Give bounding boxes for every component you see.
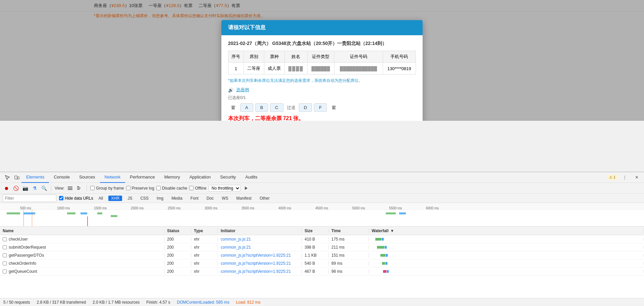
row-status: 200: [164, 237, 191, 242]
col-header-name[interactable]: Name: [0, 228, 164, 233]
status-resources: 2.0 KB / 1.7 MB resources: [93, 300, 140, 305]
filter-font[interactable]: Font: [188, 196, 201, 201]
filter-js[interactable]: JS: [125, 196, 135, 201]
train-info: 2021-02-27（周六） G5348次 六盘水站（20:50开）一贵阳北站（…: [228, 41, 416, 47]
svg-rect-7: [77, 189, 80, 190]
filter-media[interactable]: Media: [169, 196, 185, 201]
tab-application[interactable]: Application: [185, 172, 216, 183]
filter-css[interactable]: CSS: [138, 196, 151, 201]
seat-d-btn[interactable]: D: [299, 103, 312, 112]
filter-all[interactable]: All: [96, 196, 106, 201]
row-checkbox[interactable]: [3, 269, 7, 273]
group-by-frame-label[interactable]: Group by frame: [90, 186, 124, 191]
table-row[interactable]: submitOrderRequest 200 xhr common_js.js:…: [0, 243, 644, 251]
row-checkbox[interactable]: [3, 245, 7, 249]
svg-rect-2: [68, 187, 72, 187]
devtools-icon-device[interactable]: [12, 172, 21, 183]
svg-rect-3: [68, 188, 72, 189]
row-name: submitOrderRequest: [0, 245, 164, 250]
seat-c-btn[interactable]: C: [270, 103, 283, 112]
row-waterfall: [369, 238, 644, 241]
filter-button[interactable]: ⚗: [31, 185, 38, 192]
view-list-icon[interactable]: [66, 185, 74, 192]
throttling-profile-icon[interactable]: [243, 185, 250, 192]
row-checkbox[interactable]: [3, 253, 7, 257]
timeline-area: 500 ms 1000 ms 1500 ms 2000 ms 2500 ms 3…: [0, 203, 644, 226]
disable-cache-text: Disable cache: [162, 186, 187, 191]
view-label: View:: [55, 186, 64, 191]
throttling-select[interactable]: No throttling Fast 3G Slow 3G Offline: [209, 185, 240, 192]
row-checkbox[interactable]: [3, 237, 7, 241]
offline-label[interactable]: Offline: [189, 186, 206, 191]
seat-b-btn[interactable]: B: [255, 103, 268, 112]
col-header-type[interactable]: Type: [191, 228, 218, 233]
view-waterfall-icon[interactable]: [76, 185, 83, 192]
tab-memory[interactable]: Memory: [160, 172, 185, 183]
offline-checkbox[interactable]: [189, 186, 194, 190]
clear-button[interactable]: 🚫: [12, 185, 19, 192]
tab-sources[interactable]: Sources: [74, 172, 100, 183]
row-checkbox[interactable]: [3, 261, 7, 265]
svg-rect-1: [17, 177, 19, 179]
tab-network[interactable]: Network: [100, 172, 125, 183]
selected-count: 已选座0/1: [228, 95, 416, 101]
preserve-log-label[interactable]: Preserve log: [126, 186, 154, 191]
svg-rect-4: [68, 189, 72, 190]
devtools-close-icon[interactable]: ✕: [632, 172, 641, 183]
status-dom-loaded: DOMContentLoaded: 585 ms: [177, 300, 229, 305]
hide-data-urls-label[interactable]: Hide data URLs: [59, 196, 93, 201]
col-header-waterfall[interactable]: Waterfall ▾: [369, 228, 644, 233]
row-waterfall: [369, 262, 644, 265]
tab-performance[interactable]: Performance: [125, 172, 159, 183]
col-header-status[interactable]: Status: [164, 228, 191, 233]
col-seat: 席别: [244, 51, 264, 63]
filter-input[interactable]: [3, 195, 56, 202]
col-header-size[interactable]: Size: [302, 228, 329, 233]
col-header-time[interactable]: Time: [329, 228, 369, 233]
disable-cache-label[interactable]: Disable cache: [156, 186, 187, 191]
filter-xhr[interactable]: XHR: [108, 196, 122, 201]
devtools-more-icon[interactable]: ⋮: [620, 172, 629, 183]
tab-elements[interactable]: Elements: [21, 172, 49, 183]
seat-warning: *如果本次列车剩余席位无法满足您的选座需求，系统将自动为您分配席位。: [228, 78, 416, 84]
filter-doc[interactable]: Doc: [204, 196, 216, 201]
tab-audits[interactable]: Audits: [240, 172, 262, 183]
passenger-row: 1 二等座 成人票 ████ ██████ ████████████ 130**…: [228, 63, 416, 74]
seat-link[interactable]: 选座哟: [236, 87, 249, 93]
page-content: 商务座（¥239.5）10张票 一等座（¥128.0）有票 二等座（¥77.5）…: [0, 0, 644, 121]
tab-console[interactable]: Console: [49, 172, 74, 183]
screenshot-button[interactable]: 📷: [21, 185, 29, 192]
tab-security[interactable]: Security: [215, 172, 240, 183]
filter-manifest[interactable]: Manifest: [234, 196, 254, 201]
seat-a-btn[interactable]: A: [240, 103, 253, 112]
table-row[interactable]: checkOrderInfo 200 xhr common_js.js?scri…: [0, 259, 644, 267]
svg-rect-5: [77, 186, 79, 187]
row-index: 1: [228, 63, 244, 74]
table-row[interactable]: getQueueCount 200 xhr common_js.js?scrip…: [0, 267, 644, 275]
preserve-log-checkbox[interactable]: [126, 186, 130, 190]
svg-rect-6: [77, 188, 80, 188]
network-table-container[interactable]: Name Status Type Initiator Size Time Wat…: [0, 226, 644, 298]
table-row[interactable]: getPassengerDTOs 200 xhr common_js.js?sc…: [0, 251, 644, 259]
col-header-initiator[interactable]: Initiator: [218, 228, 302, 233]
window-right-label: 窗: [329, 105, 339, 111]
row-status: 200: [164, 245, 191, 250]
filter-img[interactable]: Img: [154, 196, 166, 201]
row-initiator: common_js.js?scriptVersion=1.9225:21: [218, 269, 302, 274]
row-name-text: checkOrderInfo: [9, 261, 36, 266]
row-name: checkOrderInfo: [0, 261, 164, 266]
record-button[interactable]: ⏺: [3, 185, 10, 192]
filter-other[interactable]: Other: [257, 196, 272, 201]
disable-cache-checkbox[interactable]: [156, 186, 161, 190]
group-by-frame-checkbox[interactable]: [90, 186, 95, 190]
row-seat: 二等座: [244, 63, 264, 74]
devtools-icon-inspect[interactable]: [3, 172, 12, 183]
seat-f-btn[interactable]: F: [314, 103, 327, 112]
filter-ws[interactable]: WS: [219, 196, 231, 201]
table-row[interactable]: checkUser 200 xhr common_js.js:21 410 B …: [0, 235, 644, 243]
search-button[interactable]: 🔍: [40, 185, 48, 192]
col-index: 序号: [228, 51, 244, 63]
hide-data-urls-checkbox[interactable]: [59, 196, 63, 200]
row-ticket-type: 成人票: [264, 63, 284, 74]
warning-badge: ⚠ 1: [607, 175, 617, 180]
